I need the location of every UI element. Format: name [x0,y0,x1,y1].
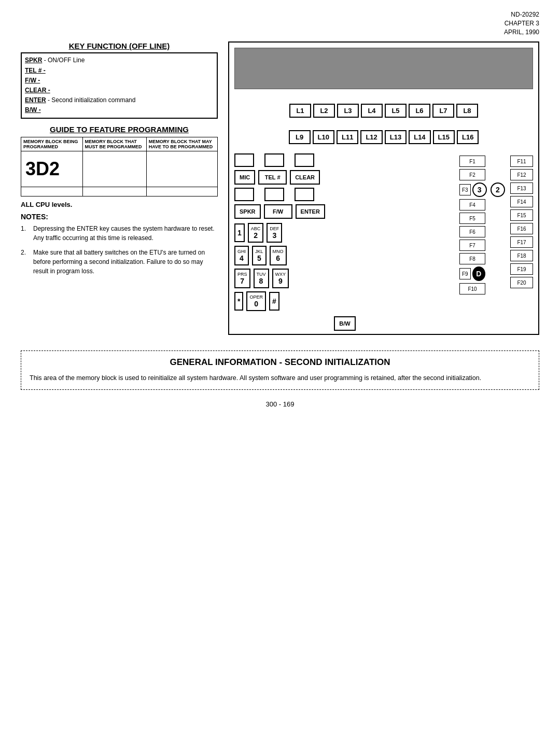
f10-key[interactable]: F10 [459,283,485,294]
key-7-num: 7 [240,277,244,285]
f7-key[interactable]: F7 [459,240,485,251]
l-key-4[interactable]: L4 [361,104,383,118]
badge-d: D [472,266,485,281]
key-3[interactable]: DEF 3 [267,223,282,243]
notes-list: 1. Depressing the ENTER key causes the s… [21,224,218,276]
l-key-2[interactable]: L2 [313,104,335,118]
key-star[interactable]: * [234,292,243,311]
l-key-12[interactable]: L12 [360,130,382,144]
guide-block-cell: 3D2 [21,151,83,187]
f1-key[interactable]: F1 [459,156,485,167]
guide-title: GUIDE TO FEATURE PROGRAMMING [21,125,218,134]
key-4[interactable]: GHI 4 [234,246,249,265]
keypad-main: MIC TEL # CLEAR SPKR [229,150,538,334]
blank-key-4 [234,188,254,201]
blank-key-5 [264,188,284,201]
l-key-8[interactable]: L8 [456,104,478,118]
f4-key[interactable]: F4 [459,199,485,210]
f5-key[interactable]: F5 [459,213,485,224]
key-row-2: MIC TEL # CLEAR [234,170,455,185]
f14-key[interactable]: F14 [510,196,533,207]
blank-key-3 [295,153,314,167]
f3-key[interactable]: F3 [459,184,471,195]
f8-key[interactable]: F8 [459,253,485,264]
key-hash[interactable]: # [269,292,279,311]
l-key-9[interactable]: L9 [289,130,311,144]
guide-row2-c1 [21,187,83,196]
key-6[interactable]: MNO 6 [270,246,287,265]
enter-button[interactable]: ENTER [296,204,325,219]
key-1[interactable]: 1 [234,223,245,242]
kf-item-tel: TEL # - [25,66,214,76]
l-key-6[interactable]: L6 [409,104,430,118]
header-line2: CHAPTER 3 [21,19,539,28]
guide-col2-cell [82,151,146,187]
l-key-5[interactable]: L5 [385,104,407,118]
key-0-num: 0 [254,300,258,308]
numpad-row1: 1 ABC 2 DEF 3 [234,223,455,243]
page-header: ND-20292 CHAPTER 3 APRIL, 1990 [21,10,539,36]
f15-key[interactable]: F15 [510,209,533,221]
l-key-7[interactable]: L7 [432,104,454,118]
f16-key[interactable]: F16 [510,223,533,234]
key-4-num: 4 [240,254,244,262]
l-key-15[interactable]: L15 [433,130,455,144]
key-row-3 [234,188,455,201]
l-key-10[interactable]: L10 [313,130,334,144]
key-9-sub: WXY [275,272,286,277]
f3-row: F3 3 [459,182,485,197]
kf-tel-key: TEL # - [25,67,46,74]
f12-key[interactable]: F12 [510,169,533,180]
l-key-11[interactable]: L11 [337,130,358,144]
kf-enter-desc: - Second initialization command [46,96,136,104]
spkr-button[interactable]: SPKR [234,204,261,219]
f9-key[interactable]: F9 [459,268,471,279]
blank-key-6 [295,188,314,201]
l-key-16[interactable]: L16 [457,130,479,144]
key-5[interactable]: JKL 5 [252,246,267,265]
bw-button[interactable]: B/W [334,316,355,331]
key-9[interactable]: WXY 9 [272,269,289,288]
bw-row: B/W [234,314,455,331]
l-key-1[interactable]: L1 [289,104,311,118]
gen-info-body: This area of the memory block is used to… [30,374,481,382]
f17-key[interactable]: F17 [510,236,533,248]
note-item-1: 1. Depressing the ENTER key causes the s… [21,224,218,243]
key-0[interactable]: OPER 0 [246,291,266,311]
display-screen [234,48,533,89]
f20-key[interactable]: F20 [510,277,533,288]
tel-button[interactable]: TEL # [258,170,287,185]
l-key-3[interactable]: L3 [337,104,359,118]
f19-key[interactable]: F19 [510,263,533,275]
kf-fw-key: F/W - [25,77,40,84]
guide-table: MEMORY BLOCK BEINGPROGRAMMED MEMORY BLOC… [21,137,218,196]
key-2[interactable]: ABC 2 [248,223,264,243]
key-function-list: SPKR - ON/OFF Line TEL # - F/W - CLEAR -… [21,52,218,118]
key-4-sub: GHI [237,249,246,254]
l-key-13[interactable]: L13 [385,130,407,144]
guide-col2-header: MEMORY BLOCK THATMUST BE PROGRAMMED [82,137,146,151]
note-text-2: Make sure that all battery switches on t… [33,248,218,276]
kf-enter-key: ENTER [25,96,46,104]
key-7[interactable]: PRS 7 [234,269,250,288]
key-8[interactable]: TUV 8 [254,269,269,288]
f9-row: F9 D [459,266,485,281]
note-item-2: 2. Make sure that all battery switches o… [21,248,218,276]
f11-key[interactable]: F11 [510,156,533,167]
f2-key[interactable]: F2 [459,169,485,180]
f18-key[interactable]: F18 [510,250,533,261]
mic-button[interactable]: MIC [234,170,255,185]
clear-button[interactable]: CLEAR [290,170,320,185]
key-3-sub: DEF [270,226,279,231]
key-row-1 [234,153,455,167]
fw-button[interactable]: F/W [264,204,292,219]
f13-key[interactable]: F13 [510,182,533,194]
f6-key[interactable]: F6 [459,226,485,237]
guide-col1-header: MEMORY BLOCK BEINGPROGRAMMED [21,137,83,151]
key-9-num: 9 [278,277,283,285]
guide-col3-cell [146,151,217,187]
key-6-sub: MNO [273,249,284,254]
l-key-14[interactable]: L14 [409,130,430,144]
all-cpu-text: ALL CPU levels. [21,201,218,208]
key-8-num: 8 [259,277,263,285]
